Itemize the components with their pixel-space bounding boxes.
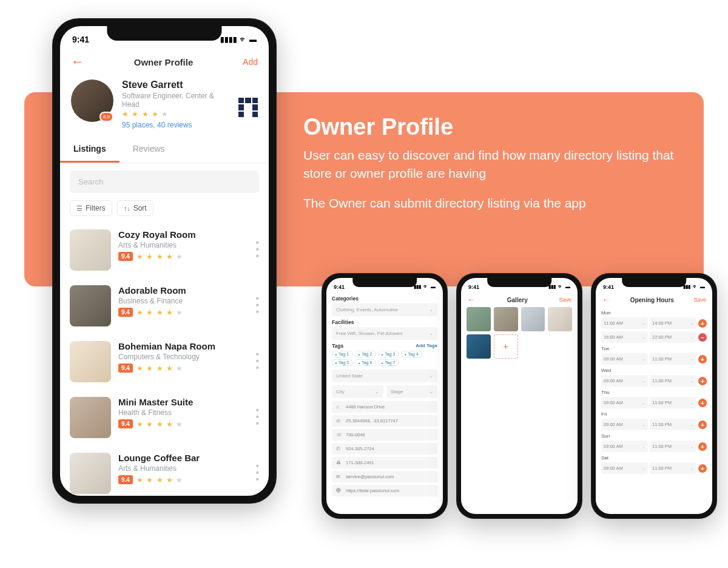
time-from-select[interactable]: 09:00 AM⌄ bbox=[601, 375, 648, 387]
back-button[interactable]: ← bbox=[602, 295, 610, 305]
city-select[interactable]: City⌄ bbox=[332, 385, 383, 398]
website-field[interactable]: 🌐︎https://listar.passionui.com bbox=[332, 485, 437, 496]
address-field[interactable]: ⌂4486 Hanson Drive bbox=[332, 401, 437, 413]
battery-icon: ▬ bbox=[249, 35, 257, 44]
gallery-add-button[interactable]: + bbox=[494, 334, 518, 359]
gallery-image[interactable] bbox=[467, 334, 491, 359]
status-time: 9:41 bbox=[334, 284, 345, 290]
stars-icon: ★ ★ ★ ★ ★ bbox=[136, 308, 183, 317]
tag-chip[interactable]: Tag 2 bbox=[355, 351, 376, 357]
time-from-select[interactable]: 09:00 AM⌄ bbox=[601, 462, 648, 474]
time-to-select[interactable]: 11:00 PM⌄ bbox=[650, 353, 696, 365]
profile-meta[interactable]: 95 places, 40 reviews bbox=[122, 121, 230, 129]
search-input[interactable]: Search bbox=[70, 171, 259, 193]
header-title: Gallery bbox=[507, 297, 528, 303]
time-from-select[interactable]: 09:00 AM⌄ bbox=[601, 397, 648, 408]
time-to-select[interactable]: 11:00 PM⌄ bbox=[650, 462, 696, 474]
listings[interactable]: Cozy Royal RoomArts & Humanities9.4★ ★ ★… bbox=[60, 222, 269, 496]
email-field[interactable]: ✉service@passionui.com bbox=[332, 471, 437, 482]
add-tags-link[interactable]: Add Tags bbox=[416, 343, 437, 348]
add-button[interactable]: Add bbox=[243, 57, 258, 67]
status-time: 9:41 bbox=[603, 284, 614, 290]
add-slot-button[interactable]: + bbox=[698, 319, 707, 328]
day-label: Mon bbox=[601, 310, 707, 316]
listing-row[interactable]: Bohemian Napa RoomComputers & Technology… bbox=[70, 334, 259, 390]
remove-slot-button[interactable]: – bbox=[698, 333, 707, 342]
add-slot-button[interactable]: + bbox=[698, 421, 707, 429]
more-icon[interactable]: ••• bbox=[255, 229, 259, 260]
hour-row: 09:00 AM⌄11:00 PM⌄+ bbox=[601, 397, 707, 408]
tag-chip[interactable]: Tag 4 bbox=[401, 351, 422, 357]
listing-row[interactable]: Lounge Coffee BarArts & Humanities9.4★ ★… bbox=[70, 445, 259, 496]
listing-row[interactable]: Adorable RoomBusiness & Finance9.4★ ★ ★ … bbox=[70, 278, 259, 334]
home-icon: ⌂ bbox=[336, 404, 342, 410]
stage-select[interactable]: Stage⌄ bbox=[386, 385, 438, 398]
time-to-select[interactable]: 11:00 PM⌄ bbox=[650, 397, 696, 408]
add-slot-button[interactable]: + bbox=[698, 442, 707, 451]
gallery-image[interactable] bbox=[521, 307, 545, 331]
avatar[interactable] bbox=[71, 79, 113, 122]
time-to-select[interactable]: 14:00 PM⌄ bbox=[650, 317, 696, 329]
wifi-icon: ᯤ bbox=[240, 35, 247, 44]
more-icon[interactable]: ••• bbox=[255, 397, 259, 428]
hour-row: 16:00 AM⌄22:00 PM⌄– bbox=[601, 331, 707, 343]
facilities-select[interactable]: Free Wifi, Shower, Pet Allowed⌄ bbox=[332, 327, 437, 340]
tab-listings[interactable]: Listings bbox=[60, 137, 120, 163]
hour-row: 09:00 AM⌄11:00 PM⌄+ bbox=[601, 462, 707, 474]
tag-chip[interactable]: Tag 6 bbox=[355, 359, 376, 366]
coords-field[interactable]: ◎25.3844968, -33.8117747 bbox=[332, 415, 437, 427]
categories-label: Categories bbox=[332, 296, 437, 302]
notch bbox=[487, 278, 551, 287]
phone1-field[interactable]: ☏700-0046 bbox=[332, 429, 437, 441]
tag-chip[interactable]: Tag 7 bbox=[378, 359, 399, 366]
add-slot-button[interactable]: + bbox=[698, 464, 707, 473]
phone-gallery: 9:41▮▮▮ᯤ▬ ← Gallery Save + bbox=[456, 273, 582, 519]
day-label: Tue bbox=[601, 346, 707, 351]
add-slot-button[interactable]: + bbox=[698, 399, 707, 407]
country-select[interactable]: United State⌄ bbox=[332, 370, 437, 382]
listing-category: Arts & Humanities bbox=[118, 241, 248, 249]
gallery-image[interactable] bbox=[548, 307, 572, 331]
chevron-down-icon: ⌄ bbox=[690, 357, 694, 362]
time-from-select[interactable]: 09:00 AM⌄ bbox=[601, 441, 648, 452]
gallery-grid: + bbox=[467, 307, 572, 359]
back-button[interactable]: ← bbox=[467, 295, 476, 305]
qr-icon[interactable] bbox=[238, 98, 258, 117]
phone2-field[interactable]: ✆924-305-2724 bbox=[332, 443, 437, 455]
tag-chip[interactable]: Tag 3 bbox=[378, 351, 399, 357]
chevron-down-icon: ⌄ bbox=[375, 389, 379, 394]
time-from-select[interactable]: 09:00 AM⌄ bbox=[601, 419, 648, 430]
gallery-image[interactable] bbox=[467, 307, 491, 331]
listing-row[interactable]: Cozy Royal RoomArts & Humanities9.4★ ★ ★… bbox=[70, 222, 259, 278]
tag-chip[interactable]: Tag 5 bbox=[332, 359, 353, 366]
tag-chip[interactable]: Tag 1 bbox=[332, 351, 353, 357]
more-icon[interactable]: ••• bbox=[255, 453, 259, 484]
tab-reviews[interactable]: Reviews bbox=[120, 137, 178, 163]
phone3-field[interactable]: 🖷171-300-2491 bbox=[332, 457, 437, 468]
add-slot-button[interactable]: + bbox=[698, 355, 707, 363]
back-button[interactable]: ← bbox=[71, 54, 84, 70]
time-to-select[interactable]: 11:00 PM⌄ bbox=[650, 419, 696, 430]
save-button[interactable]: Save bbox=[693, 297, 706, 303]
filters-button[interactable]: ☰Filters bbox=[70, 200, 112, 216]
time-to-select[interactable]: 11:00 PM⌄ bbox=[650, 441, 696, 452]
mail-icon: ✉ bbox=[336, 474, 342, 479]
target-icon: ◎ bbox=[336, 418, 342, 424]
day-label: Sat bbox=[601, 455, 707, 461]
chevron-down-icon: ⌄ bbox=[429, 389, 433, 394]
save-button[interactable]: Save bbox=[559, 297, 571, 303]
time-from-select[interactable]: 11:00 AM⌄ bbox=[601, 317, 648, 329]
time-from-select[interactable]: 16:00 AM⌄ bbox=[601, 331, 648, 343]
categories-select[interactable]: Clothing, Events, Automotive⌄ bbox=[332, 303, 437, 316]
hour-row: 09:00 AM⌄11:00 PM⌄+ bbox=[601, 441, 707, 452]
time-to-select[interactable]: 22:00 PM⌄ bbox=[650, 331, 696, 343]
more-icon[interactable]: ••• bbox=[255, 285, 259, 316]
add-slot-button[interactable]: + bbox=[698, 377, 707, 385]
sort-button[interactable]: ↑↓Sort bbox=[117, 200, 153, 216]
rating-badge: 9.4 bbox=[118, 363, 133, 373]
time-from-select[interactable]: 09:00 AM⌄ bbox=[601, 353, 648, 365]
time-to-select[interactable]: 11:00 PM⌄ bbox=[650, 375, 696, 387]
gallery-image[interactable] bbox=[494, 307, 518, 331]
more-icon[interactable]: ••• bbox=[255, 341, 259, 372]
listing-row[interactable]: Mini Master SuiteHealth & Fitness9.4★ ★ … bbox=[70, 390, 259, 445]
